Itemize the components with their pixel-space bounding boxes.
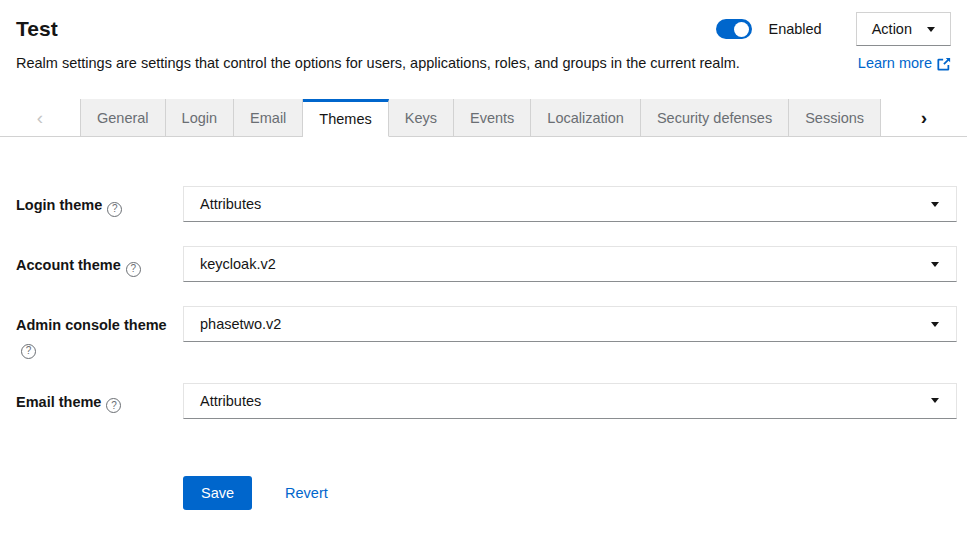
help-icon[interactable]: ? <box>21 344 36 359</box>
help-icon[interactable]: ? <box>106 398 121 413</box>
tab-email[interactable]: Email <box>234 99 303 137</box>
help-icon[interactable]: ? <box>107 202 122 217</box>
learn-more-link[interactable]: Learn more <box>858 53 951 74</box>
tab-security-defenses[interactable]: Security defenses <box>641 99 789 137</box>
revert-link[interactable]: Revert <box>285 485 328 501</box>
email-theme-row: Email theme? Attributes <box>16 383 957 419</box>
caret-down-icon <box>927 27 935 32</box>
login-theme-select[interactable]: Attributes <box>183 186 957 222</box>
form-actions: Save Revert <box>183 476 957 510</box>
external-link-icon <box>937 57 951 71</box>
email-theme-select[interactable]: Attributes <box>183 383 957 419</box>
account-theme-value: keycloak.v2 <box>200 256 276 272</box>
caret-down-icon <box>931 202 939 207</box>
chevron-left-icon: ‹ <box>37 107 43 129</box>
realm-settings-description: Realm settings are settings that control… <box>16 53 740 74</box>
themes-tab-panel: Login theme? Attributes Account theme? k… <box>0 137 967 510</box>
toggle-knob <box>734 22 749 37</box>
tab-themes[interactable]: Themes <box>303 99 388 137</box>
enabled-toggle[interactable] <box>716 19 752 39</box>
admin-console-theme-label: Admin console theme? <box>16 306 183 359</box>
login-theme-value: Attributes <box>200 196 261 212</box>
tabs-scroll-left-button[interactable]: ‹ <box>0 99 80 137</box>
login-theme-label: Login theme? <box>16 186 183 217</box>
enabled-toggle-label: Enabled <box>768 21 821 37</box>
help-icon[interactable]: ? <box>126 262 141 277</box>
realm-settings-tabbar: ‹ General Login Email Themes Keys Events… <box>0 99 967 137</box>
tab-sessions[interactable]: Sessions <box>789 99 881 137</box>
action-dropdown-label: Action <box>872 21 912 37</box>
tab-keys[interactable]: Keys <box>389 99 454 137</box>
email-theme-label: Email theme? <box>16 383 183 414</box>
admin-console-theme-row: Admin console theme? phasetwo.v2 <box>16 306 957 359</box>
admin-console-theme-select[interactable]: phasetwo.v2 <box>183 306 957 342</box>
learn-more-label: Learn more <box>858 53 932 74</box>
tab-login[interactable]: Login <box>166 99 234 137</box>
chevron-right-icon: › <box>921 107 927 129</box>
login-theme-row: Login theme? Attributes <box>16 186 957 222</box>
action-dropdown-button[interactable]: Action <box>856 12 951 46</box>
tab-general[interactable]: General <box>80 99 166 137</box>
caret-down-icon <box>931 398 939 403</box>
tab-localization[interactable]: Localization <box>531 99 641 137</box>
tabs-scroll-right-button[interactable]: › <box>881 99 967 137</box>
realm-settings-header: Test Enabled Action Realm settings are s… <box>0 0 967 74</box>
caret-down-icon <box>931 262 939 267</box>
page-title: Test <box>16 15 58 43</box>
tab-events[interactable]: Events <box>454 99 531 137</box>
admin-console-theme-value: phasetwo.v2 <box>200 316 281 332</box>
account-theme-row: Account theme? keycloak.v2 <box>16 246 957 282</box>
email-theme-value: Attributes <box>200 393 261 409</box>
account-theme-label: Account theme? <box>16 246 183 277</box>
save-button[interactable]: Save <box>183 476 252 510</box>
account-theme-select[interactable]: keycloak.v2 <box>183 246 957 282</box>
caret-down-icon <box>931 322 939 327</box>
tab-list: General Login Email Themes Keys Events L… <box>80 99 881 137</box>
